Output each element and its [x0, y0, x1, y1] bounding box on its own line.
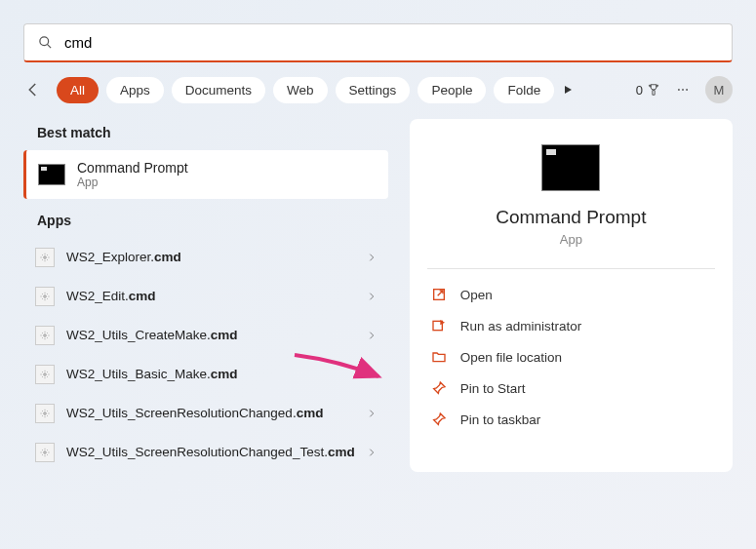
action-pin-to-taskbar[interactable]: Pin to taskbar — [427, 404, 715, 435]
svg-point-9 — [44, 412, 47, 415]
preview-app-icon — [541, 144, 600, 191]
chevron-right-icon — [367, 446, 377, 459]
app-result-item[interactable]: WS2_Utils_Basic_Make.cmd — [23, 355, 388, 394]
search-box[interactable] — [23, 23, 733, 62]
tabs-right-controls: 0 M — [636, 76, 733, 103]
tab-apps[interactable]: Apps — [106, 77, 164, 103]
results-column: Best match Command Prompt App Apps WS2_E… — [23, 111, 388, 472]
tab-folders[interactable]: Folde — [494, 77, 554, 103]
pin-icon — [431, 412, 447, 427]
action-label: Pin to taskbar — [460, 412, 541, 427]
app-result-name: WS2_Utils_ScreenResolutionChanged_Test.c… — [66, 444, 355, 461]
svg-point-0 — [40, 37, 49, 46]
tabs-row: All Apps Documents Web Settings People F… — [0, 62, 756, 111]
best-match-title: Command Prompt — [77, 160, 188, 176]
app-result-name: WS2_Utils_Basic_Make.cmd — [66, 366, 355, 383]
rewards-counter[interactable]: 0 — [636, 83, 660, 98]
action-pin-to-start[interactable]: Pin to Start — [427, 373, 715, 404]
tab-documents[interactable]: Documents — [172, 77, 265, 103]
chevron-right-icon — [367, 290, 377, 303]
admin-icon — [431, 318, 447, 333]
tab-settings[interactable]: Settings — [336, 77, 411, 103]
back-button[interactable] — [23, 80, 43, 99]
chevron-right-icon — [367, 329, 377, 342]
tab-all[interactable]: All — [57, 77, 99, 103]
svg-line-1 — [47, 44, 51, 48]
app-result-item[interactable]: WS2_Utils_ScreenResolutionChanged.cmd — [23, 394, 388, 433]
app-result-name: WS2_Explorer.cmd — [66, 249, 355, 266]
more-tabs-icon[interactable] — [562, 84, 574, 96]
svg-point-6 — [44, 295, 47, 298]
action-label: Run as administrator — [460, 319, 582, 333]
cmd-file-icon — [35, 248, 55, 267]
action-label: Pin to Start — [460, 381, 526, 396]
tab-people[interactable]: People — [418, 77, 486, 103]
svg-point-8 — [44, 373, 47, 376]
command-prompt-icon — [38, 164, 65, 185]
cmd-file-icon — [35, 287, 55, 306]
svg-point-3 — [682, 89, 684, 91]
more-options-icon[interactable] — [676, 83, 690, 97]
divider — [427, 268, 715, 269]
app-result-item[interactable]: WS2_Explorer.cmd — [23, 238, 388, 277]
trophy-icon — [647, 83, 660, 97]
svg-point-4 — [686, 89, 688, 91]
svg-point-5 — [44, 256, 47, 259]
chevron-right-icon — [367, 251, 377, 264]
search-icon — [38, 35, 53, 50]
tab-web[interactable]: Web — [273, 77, 328, 103]
search-input[interactable] — [64, 34, 718, 51]
folder-icon — [431, 349, 447, 365]
arrow-left-icon — [24, 81, 42, 98]
cmd-file-icon — [35, 326, 55, 345]
cmd-file-icon — [35, 404, 55, 423]
apps-heading: Apps — [23, 199, 388, 238]
action-label: Open file location — [460, 350, 562, 365]
app-result-item[interactable]: WS2_Utils_ScreenResolutionChanged_Test.c… — [23, 433, 388, 472]
preview-pane: Command Prompt App OpenRun as administra… — [410, 119, 733, 472]
chevron-right-icon — [367, 407, 377, 420]
app-result-name: WS2_Edit.cmd — [66, 288, 355, 305]
chevron-right-icon — [367, 368, 377, 381]
best-match-heading: Best match — [23, 111, 388, 150]
app-result-item[interactable]: WS2_Edit.cmd — [23, 277, 388, 316]
app-result-name: WS2_Utils_ScreenResolutionChanged.cmd — [66, 405, 355, 422]
actions-list: OpenRun as administratorOpen file locati… — [427, 279, 715, 435]
best-match-subtitle: App — [77, 176, 188, 189]
action-run-as-administrator[interactable]: Run as administrator — [427, 310, 715, 341]
user-avatar[interactable]: M — [705, 76, 733, 103]
action-label: Open — [460, 288, 493, 302]
search-window: All Apps Documents Web Settings People F… — [0, 0, 756, 549]
cmd-file-icon — [35, 365, 55, 384]
apps-list: WS2_Explorer.cmdWS2_Edit.cmdWS2_Utils_Cr… — [23, 238, 388, 472]
counter-value: 0 — [636, 83, 643, 98]
open-icon — [431, 287, 447, 302]
pin-icon — [431, 380, 447, 396]
action-open-file-location[interactable]: Open file location — [427, 341, 715, 373]
svg-point-2 — [678, 89, 680, 91]
preview-subtitle: App — [427, 232, 715, 247]
action-open[interactable]: Open — [427, 279, 715, 310]
svg-point-10 — [44, 451, 47, 454]
app-result-item[interactable]: WS2_Utils_CreateMake.cmd — [23, 316, 388, 355]
preview-title: Command Prompt — [427, 207, 715, 228]
best-match-item[interactable]: Command Prompt App — [23, 150, 388, 199]
app-result-name: WS2_Utils_CreateMake.cmd — [66, 327, 355, 344]
svg-point-7 — [44, 334, 47, 337]
search-row — [0, 0, 756, 62]
cmd-file-icon — [35, 443, 55, 462]
